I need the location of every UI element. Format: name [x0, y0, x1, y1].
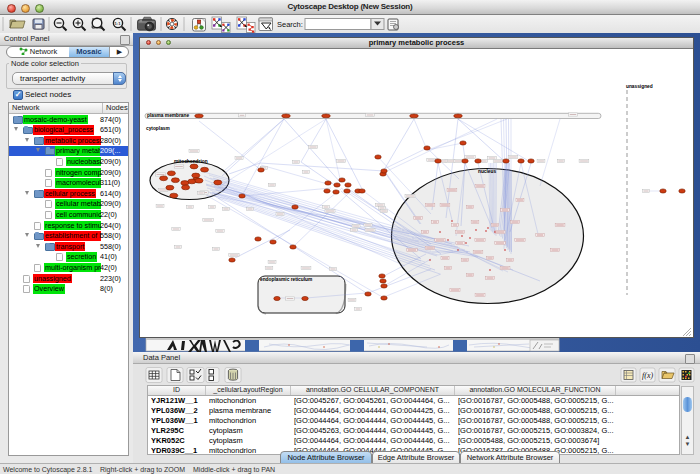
svg-text:plasma membrane: plasma membrane [147, 113, 189, 118]
svg-text:unassigned: unassigned [626, 84, 653, 89]
svg-text:1:1: 1:1 [115, 21, 122, 26]
svg-text:cytoplasm: cytoplasm [146, 126, 170, 131]
svg-text:Search:: Search: [277, 20, 303, 29]
svg-text:f(x): f(x) [642, 371, 653, 380]
svg-text:nucleus: nucleus [478, 169, 496, 174]
svg-text:mitochondrion: mitochondrion [174, 159, 208, 164]
svg-text:endoplasmic reticulum: endoplasmic reticulum [260, 277, 312, 282]
